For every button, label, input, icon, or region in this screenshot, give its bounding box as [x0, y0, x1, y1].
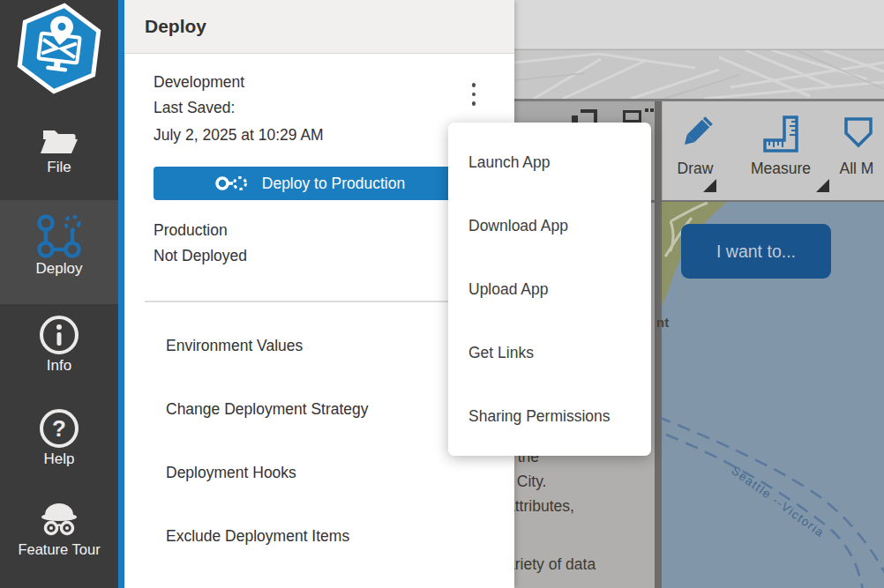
street-lines [514, 50, 884, 99]
ruler-icon [760, 114, 802, 154]
sidebar-accent-strip [118, 0, 124, 588]
kebab-menu-button[interactable] [461, 78, 486, 111]
map-canvas[interactable]: Seattle --Victoria I want to... [662, 202, 884, 588]
background-text-fragment: attributes, [514, 497, 574, 516]
sidebar-item-deploy[interactable]: Deploy [0, 200, 118, 304]
deploy-button-label: Deploy to Production [262, 175, 405, 193]
help-icon: ? [0, 406, 118, 450]
map-marker-icon [839, 114, 874, 154]
preview-top-strip [514, 0, 884, 49]
panel-title: Deploy [145, 16, 206, 37]
sidebar-item-label: Feature Tour [0, 541, 118, 558]
sidebar-item-label: Deploy [0, 260, 118, 278]
menu-item-launch-app[interactable]: Launch App [448, 130, 651, 194]
info-icon [0, 313, 118, 357]
deploy-link-icon [214, 173, 248, 194]
menu-item-upload-app[interactable]: Upload App [448, 257, 651, 321]
svg-text:?: ? [52, 415, 66, 442]
feature-tour-icon [0, 499, 118, 541]
menu-item-get-links[interactable]: Get Links [448, 321, 651, 384]
last-saved-value: July 2, 2025 at 10:29 AM [154, 126, 324, 145]
deploy-icon [0, 212, 118, 260]
tool-button-label: Measure [751, 160, 811, 178]
sidebar-item-feature-tour[interactable]: Feature Tour [0, 499, 118, 578]
sidebar-item-info[interactable]: Info [0, 313, 118, 387]
background-text-fragment: l City. [514, 473, 546, 491]
map-streets-band [514, 50, 884, 99]
exclude-deployment-items-link[interactable]: Exclude Deployment Items [166, 527, 349, 546]
context-menu: Launch App Download App Upload App Get L… [448, 123, 651, 456]
draw-flyout-arrow[interactable] [703, 179, 716, 192]
background-text-fragment: ariety of data [514, 555, 596, 574]
measure-button[interactable]: Measure [751, 114, 811, 178]
map-edge-bar [655, 101, 662, 588]
production-name: Production [154, 221, 228, 240]
tool-button-label: All M [840, 160, 874, 178]
toolbar-right-section: Draw Measure [663, 101, 884, 200]
sidebar-item-file[interactable]: File [0, 123, 118, 197]
sidebar: File Deploy [0, 0, 118, 588]
production-status: Not Deployed [154, 247, 247, 265]
pencil-icon [675, 114, 715, 154]
all-maps-button[interactable]: All M [839, 114, 874, 178]
deploy-to-production-button[interactable]: Deploy to Production [154, 167, 466, 200]
environment-name: Development [154, 73, 244, 92]
change-deployment-strategy-link[interactable]: Change Deployment Strategy [166, 400, 369, 419]
deployment-hooks-link[interactable]: Deployment Hooks [166, 464, 296, 482]
sidebar-item-help[interactable]: ? Help [0, 406, 118, 480]
menu-item-sharing-permissions[interactable]: Sharing Permissions [448, 384, 651, 448]
clipped-map-label: nt [656, 315, 669, 330]
last-saved-label: Last Saved: [154, 99, 235, 117]
measure-flyout-arrow[interactable] [816, 179, 829, 192]
menu-item-download-app[interactable]: Download App [448, 194, 651, 257]
app-logo [15, 3, 103, 94]
sidebar-item-label: Info [0, 357, 118, 375]
folder-icon [0, 123, 118, 159]
tool-button-label: Draw [678, 160, 714, 178]
panel-header: Deploy [124, 0, 514, 54]
hexagon-map-logo-icon [15, 3, 103, 94]
sidebar-item-label: Help [0, 450, 118, 468]
i-want-to-label: I want to... [716, 242, 796, 262]
environment-values-link[interactable]: Environment Values [166, 337, 303, 355]
draw-button[interactable]: Draw [675, 114, 715, 178]
i-want-to-button[interactable]: I want to... [681, 224, 831, 279]
sidebar-item-label: File [0, 159, 118, 176]
